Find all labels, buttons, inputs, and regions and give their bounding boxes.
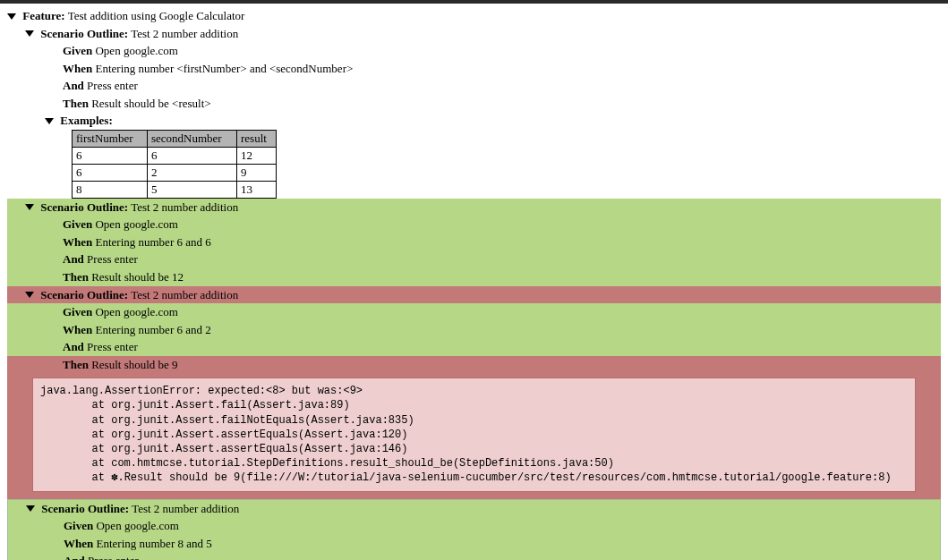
scenario-outline-name: Test 2 number addition xyxy=(131,27,238,40)
scenario-outline-label: Scenario Outline: xyxy=(40,200,128,214)
table-row: 8 5 13 xyxy=(73,181,277,198)
scenario-name: Test 2 number addition xyxy=(131,288,238,301)
step-keyword: When xyxy=(63,62,92,75)
table-row: 6 6 12 xyxy=(73,147,277,164)
table-cell: 6 xyxy=(148,147,237,164)
table-header: firstNumber xyxy=(73,130,148,147)
step-text: Result should be <result> xyxy=(91,97,210,110)
collapse-icon[interactable] xyxy=(26,505,35,512)
error-wrapper: java.lang.AssertionError: expected:<8> b… xyxy=(7,373,941,498)
step-text: Entering number 6 and 2 xyxy=(95,323,210,336)
collapse-icon[interactable] xyxy=(25,204,34,210)
report-container: Feature: Test addition using Google Calc… xyxy=(0,4,948,560)
step-given: Given Open google.com xyxy=(8,517,940,535)
feature-row: Feature: Test addition using Google Calc… xyxy=(7,7,941,25)
step-keyword: Given xyxy=(64,519,93,532)
step-keyword: When xyxy=(63,323,92,336)
scenario-run-pass: Scenario Outline: Test 2 number addition… xyxy=(7,499,941,560)
step-text: Open google.com xyxy=(95,305,177,318)
step-given: Given Open google.com xyxy=(7,303,941,321)
feature-label: Feature: xyxy=(22,9,64,22)
step-given: Given Open google.com xyxy=(7,216,941,233)
scenario-outline-row: Scenario Outline: Test 2 number addition xyxy=(7,25,941,43)
table-header: result xyxy=(237,130,277,147)
table-cell: 12 xyxy=(237,147,277,164)
step-keyword: And xyxy=(63,252,84,266)
step-text: Entering number <firstNumber> and <secon… xyxy=(95,62,353,75)
step-keyword: When xyxy=(64,537,93,550)
step-when: When Entering number 6 and 2 xyxy=(7,321,941,339)
step-keyword: Then xyxy=(63,270,89,284)
step-then: Then Result should be <result> xyxy=(7,95,941,113)
table-header: secondNumber xyxy=(148,130,237,147)
step-then: Then Result should be 9 xyxy=(7,356,941,374)
step-when: When Entering number 6 and 6 xyxy=(7,233,941,251)
examples-table: firstNumber secondNumber result 6 6 12 6… xyxy=(72,130,277,199)
examples-label: Examples: xyxy=(60,114,113,127)
feature-name: Test addition using Google Calculator xyxy=(68,9,245,22)
scenario-header: Scenario Outline: Test 2 number addition xyxy=(8,500,940,518)
scenario-header: Scenario Outline: Test 2 number addition xyxy=(7,286,941,304)
error-stacktrace: java.lang.AssertionError: expected:<8> b… xyxy=(32,378,916,491)
step-keyword: Then xyxy=(63,358,89,371)
collapse-icon[interactable] xyxy=(7,13,16,20)
collapse-icon[interactable] xyxy=(45,118,54,124)
step-keyword: And xyxy=(63,340,84,353)
step-text: Press enter xyxy=(88,554,139,560)
step-and: And Press enter xyxy=(8,552,940,560)
scenario-run-fail: Scenario Outline: Test 2 number addition… xyxy=(7,286,941,499)
table-cell: 6 xyxy=(73,147,148,164)
table-header-row: firstNumber secondNumber result xyxy=(73,130,277,147)
table-cell: 8 xyxy=(73,181,148,198)
step-text: Open google.com xyxy=(95,217,177,231)
step-keyword: Given xyxy=(63,217,92,231)
step-keyword: Given xyxy=(63,305,92,318)
step-and: And Press enter xyxy=(7,250,941,268)
step-text: Result should be 12 xyxy=(91,270,184,284)
collapse-icon[interactable] xyxy=(25,30,34,37)
step-text: Open google.com xyxy=(95,44,177,57)
step-then: Then Result should be 12 xyxy=(7,268,941,286)
step-and: And Press enter xyxy=(7,338,941,356)
step-keyword: Then xyxy=(63,97,89,110)
step-text: Press enter xyxy=(87,79,138,92)
step-text: Entering number 6 and 6 xyxy=(95,235,210,249)
table-cell: 2 xyxy=(148,164,237,181)
scenario-outline-label: Scenario Outline: xyxy=(40,288,128,301)
table-cell: 6 xyxy=(73,164,148,181)
scenario-header: Scenario Outline: Test 2 number addition xyxy=(7,199,941,216)
step-text: Entering number 8 and 5 xyxy=(96,537,211,550)
scenario-outline-label: Scenario Outline: xyxy=(41,502,129,515)
step-text: Open google.com xyxy=(96,519,178,532)
scenario-run-pass: Scenario Outline: Test 2 number addition… xyxy=(7,199,941,286)
examples-table-wrap: firstNumber secondNumber result 6 6 12 6… xyxy=(7,130,941,199)
examples-row: Examples: xyxy=(7,112,941,130)
step-keyword: And xyxy=(64,554,85,560)
table-cell: 13 xyxy=(237,181,277,198)
table-cell: 5 xyxy=(148,181,237,198)
scenario-name: Test 2 number addition xyxy=(131,200,238,214)
collapse-icon[interactable] xyxy=(25,292,34,298)
step-when: When Entering number <firstNumber> and <… xyxy=(7,60,941,78)
step-given: Given Open google.com xyxy=(7,42,941,60)
step-keyword: Given xyxy=(63,44,92,57)
step-keyword: And xyxy=(63,79,84,92)
step-keyword: When xyxy=(63,235,92,249)
scenario-outline-label: Scenario Outline: xyxy=(40,27,128,40)
step-when: When Entering number 8 and 5 xyxy=(8,535,940,553)
step-text: Result should be 9 xyxy=(91,358,177,371)
table-cell: 9 xyxy=(237,164,277,181)
scenario-name: Test 2 number addition xyxy=(132,502,239,515)
table-row: 6 2 9 xyxy=(73,164,277,181)
step-and: And Press enter xyxy=(7,77,941,95)
step-text: Press enter xyxy=(87,252,138,266)
step-text: Press enter xyxy=(87,340,138,353)
